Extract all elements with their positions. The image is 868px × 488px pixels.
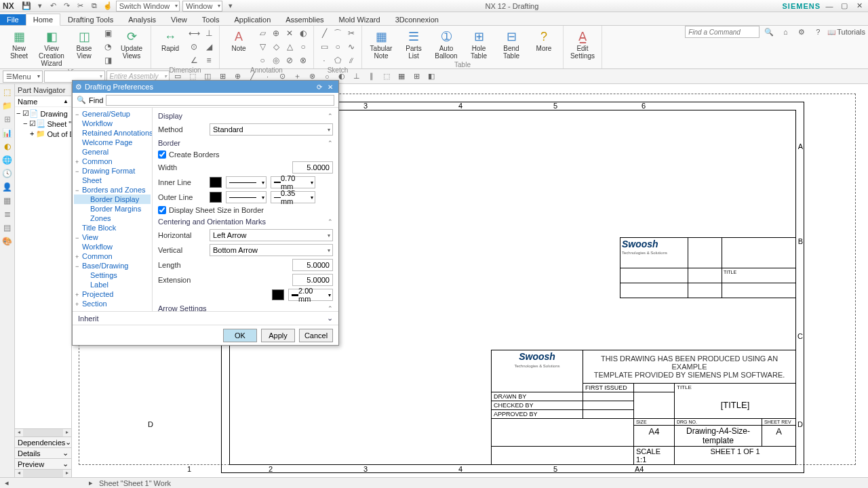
ord-dim-icon[interactable]: ⊥ — [203, 27, 215, 39]
parts-list-button[interactable]: ☰Parts List — [399, 27, 429, 61]
proj-view-icon[interactable]: ▣ — [102, 27, 114, 39]
save-icon[interactable]: 💾 — [21, 1, 32, 12]
extension-input[interactable] — [292, 274, 333, 286]
tab-analysis[interactable]: Analysis — [121, 14, 163, 25]
tab-assemblies[interactable]: Assemblies — [278, 14, 331, 25]
tab-drafting-tools[interactable]: Drafting Tools — [60, 14, 121, 25]
visual-icon[interactable]: 🎨 — [2, 236, 13, 247]
copy-icon[interactable]: ⧉ — [89, 1, 100, 12]
details-section[interactable]: Details⌄ — [15, 447, 71, 458]
snap-icon-10[interactable]: ⬚ — [380, 70, 393, 83]
tree-label[interactable]: Label — [74, 280, 151, 289]
ann-icon-11[interactable]: ⊘ — [283, 54, 296, 66]
dialog-reset-icon[interactable]: ⟳ — [314, 82, 325, 92]
sk-point-icon[interactable]: · — [318, 54, 330, 66]
name-column[interactable]: Name ▲ — [15, 96, 71, 107]
reuse-lib-icon[interactable]: 📊 — [2, 127, 13, 138]
sk-spline-icon[interactable]: ∿ — [345, 41, 357, 53]
dialog-close-icon[interactable]: ✕ — [325, 82, 336, 92]
angular-dim-icon[interactable]: ∠ — [188, 54, 200, 66]
tree-out-of-date[interactable]: + 📁Out of D — [16, 129, 70, 139]
ok-button[interactable]: OK — [223, 329, 257, 342]
ann-icon-6[interactable]: ◇ — [270, 41, 282, 53]
width-input[interactable] — [292, 161, 333, 174]
mark-color-swatch[interactable] — [272, 289, 284, 300]
sk-rect-icon[interactable]: ▭ — [318, 41, 330, 53]
tabular-note-button[interactable]: ▦Tabular Note — [366, 27, 396, 61]
vertical-combo[interactable]: Bottom Arrow — [210, 244, 333, 256]
edit-settings-button[interactable]: A̲Edit Settings — [568, 27, 597, 61]
part-nav-icon[interactable]: 📁 — [2, 100, 13, 111]
scroll-left-icon-2[interactable]: ◂ — [15, 470, 23, 477]
snap-icon-11[interactable]: ▦ — [395, 70, 408, 83]
status-left-icon[interactable]: ◂ — [3, 479, 11, 487]
browser-icon[interactable]: 🌐 — [2, 155, 13, 165]
help-home-icon[interactable]: ⌂ — [778, 26, 792, 38]
tree-settings[interactable]: Settings — [74, 270, 151, 280]
tree-workflow[interactable]: Workflow — [74, 119, 151, 128]
tab-mold-wizard[interactable]: Mold Wizard — [332, 14, 388, 25]
radial-dim-icon[interactable]: ⊙ — [188, 41, 200, 53]
create-borders-check[interactable] — [158, 150, 166, 159]
method-combo[interactable]: Standard — [210, 123, 333, 136]
minimize-button[interactable]: — — [823, 1, 835, 11]
search-icon[interactable]: 🔍 — [762, 26, 776, 38]
sys-scene-icon[interactable]: ▦ — [2, 195, 13, 206]
tree-sheet[interactable]: Sheet — [74, 176, 151, 185]
tree-common[interactable]: +Common — [74, 157, 151, 166]
tree-zones[interactable]: Zones — [74, 214, 151, 223]
tree-general[interactable]: General — [74, 147, 151, 157]
scroll-right-icon[interactable]: ▸ — [63, 429, 71, 436]
ann-icon-7[interactable]: △ — [283, 41, 296, 53]
snap-icon-9[interactable]: ∥ — [365, 70, 378, 83]
tree-retained[interactable]: Retained Annotations — [74, 128, 151, 138]
sk-poly-icon[interactable]: ⬠ — [332, 54, 344, 66]
new-sheet-button[interactable]: ▦New Sheet — [4, 27, 34, 61]
tree-workflow2[interactable]: Workflow — [74, 242, 151, 251]
tree-common2[interactable]: +Common — [74, 251, 151, 261]
tree-welcome[interactable]: Welcome Page — [74, 138, 151, 147]
menu-button[interactable]: ☰ Menu — [3, 70, 43, 83]
tree-drawing-format[interactable]: −Drawing Format — [74, 166, 151, 176]
dependencies-section[interactable]: Dependencies⌄ — [15, 436, 71, 447]
ann-icon-9[interactable]: ○ — [256, 54, 269, 66]
border-section[interactable]: Border⌃ — [158, 138, 333, 148]
outer-color-swatch[interactable] — [210, 192, 222, 203]
hd3d-icon[interactable]: ◐ — [2, 141, 13, 152]
snap-icon-13[interactable]: ◧ — [425, 70, 438, 83]
help-settings-icon[interactable]: ⚙ — [795, 26, 808, 38]
hole-table-button[interactable]: ⊞Hole Table — [464, 27, 494, 61]
arrow-section[interactable]: Arrow Settings⌃ — [158, 303, 333, 311]
h-scrollbar-2[interactable] — [23, 470, 63, 477]
qat-more-icon[interactable]: ▾ — [225, 1, 236, 12]
history-icon[interactable]: 🕓 — [2, 168, 13, 179]
tab-tools[interactable]: Tools — [195, 14, 227, 25]
switch-window-combo[interactable]: Switch Window — [116, 1, 180, 12]
constraint-nav-icon[interactable]: ⊞ — [2, 114, 13, 125]
auto-balloon-button[interactable]: ➀Auto Balloon — [431, 27, 461, 61]
tutorials-link[interactable]: 📖 Tutorials — [827, 28, 865, 36]
ann-icon-12[interactable]: ⊗ — [297, 54, 309, 66]
tree-drawing[interactable]: − ☑📄Drawing — [16, 108, 70, 119]
tree-sheet[interactable]: − ☑📃Sheet "S — [16, 119, 70, 129]
more-table-button[interactable]: ?More — [529, 27, 559, 54]
tree-projected[interactable]: +Projected — [74, 289, 151, 299]
inherit-section[interactable]: Inherit⌄ — [73, 311, 338, 325]
apply-button[interactable]: Apply — [261, 329, 295, 342]
touch-icon[interactable]: ☝ — [102, 1, 113, 12]
linear-dim-icon[interactable]: ⟷ — [188, 27, 200, 39]
inner-line-weight-combo[interactable]: 0.70 mm — [271, 176, 315, 188]
status-right-icon[interactable]: ▸ — [87, 479, 95, 487]
tab-3dconnexion[interactable]: 3Dconnexion — [388, 14, 446, 25]
tab-view[interactable]: View — [163, 14, 195, 25]
view-creation-wizard-button[interactable]: ◧View Creation Wizard — [37, 27, 66, 68]
outer-line-weight-combo[interactable]: 0.35 mm — [271, 191, 315, 203]
chamfer-dim-icon[interactable]: ◢ — [203, 41, 215, 53]
inner-line-style-combo[interactable] — [226, 176, 267, 188]
note-button[interactable]: ANote — [224, 27, 254, 54]
close-button[interactable]: ✕ — [853, 1, 865, 11]
preview-section[interactable]: Preview⌄ — [15, 458, 71, 469]
tree-title-block[interactable]: Title Block — [74, 223, 151, 232]
tree-view[interactable]: −View — [74, 232, 151, 242]
display-section[interactable]: Display⌃ — [158, 110, 333, 121]
